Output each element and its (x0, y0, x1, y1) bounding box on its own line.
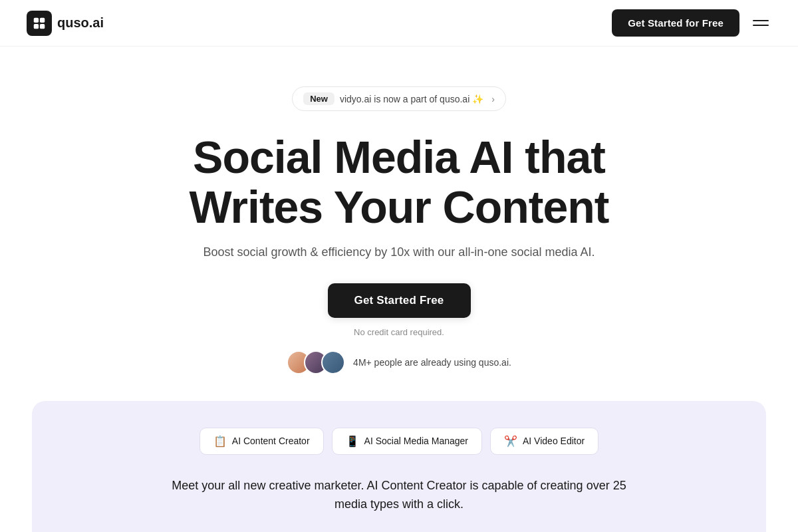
logo-icon (27, 11, 52, 36)
social-proof: 4M+ people are already using quso.ai. (287, 350, 511, 374)
badge-new-label: New (303, 92, 334, 105)
svg-rect-1 (40, 17, 45, 22)
hamburger-menu-button[interactable] (750, 17, 771, 29)
ai-video-editor-icon: ✂️ (504, 435, 517, 448)
features-section: 📋 AI Content Creator 📱 AI Social Media M… (32, 401, 766, 532)
hero-subtitle: Boost social growth & efficiency by 10x … (203, 245, 595, 259)
hero-title-line2: Writes Your Content (190, 182, 609, 232)
ai-content-creator-icon: 📋 (213, 435, 227, 448)
badge-announcement-text: vidyo.ai is now a part of quso.ai ✨ (340, 94, 483, 104)
announcement-badge[interactable]: New vidyo.ai is now a part of quso.ai ✨ … (292, 86, 506, 111)
avatar-group (287, 350, 345, 374)
feature-tab-label-2: AI Social Media Manager (364, 436, 468, 446)
header-right: Get Started for Free (612, 9, 771, 37)
header-cta-button[interactable]: Get Started for Free (612, 9, 739, 37)
features-description: Meet your all new creative marketer. AI … (160, 476, 638, 515)
badge-arrow-icon: › (491, 94, 495, 104)
feature-tab-ai-content-creator[interactable]: 📋 AI Content Creator (200, 428, 324, 455)
hero-cta-button[interactable]: Get Started Free (328, 283, 471, 318)
avatar-3 (321, 350, 345, 374)
svg-rect-2 (34, 23, 39, 28)
hamburger-line-1 (753, 20, 769, 21)
feature-tab-label-1: AI Content Creator (232, 436, 310, 446)
feature-tab-ai-video-editor[interactable]: ✂️ AI Video Editor (490, 428, 598, 455)
logo-text: quso.ai (57, 15, 104, 31)
ai-social-media-manager-icon: 📱 (346, 435, 359, 448)
hamburger-line-2 (753, 25, 769, 26)
hero-section: New vidyo.ai is now a part of quso.ai ✨ … (0, 47, 798, 401)
feature-tabs: 📋 AI Content Creator 📱 AI Social Media M… (59, 428, 739, 455)
logo[interactable]: quso.ai (27, 11, 104, 36)
social-proof-text: 4M+ people are already using quso.ai. (353, 357, 511, 368)
header: quso.ai Get Started for Free (0, 0, 798, 47)
hero-title-line1: Social Media AI that (193, 132, 605, 182)
hero-title: Social Media AI that Writes Your Content (190, 132, 609, 232)
no-credit-card-text: No credit card required. (354, 327, 444, 337)
svg-rect-3 (40, 23, 45, 28)
feature-tab-label-3: AI Video Editor (523, 436, 585, 446)
svg-rect-0 (34, 17, 39, 22)
feature-tab-ai-social-media-manager[interactable]: 📱 AI Social Media Manager (332, 428, 482, 455)
